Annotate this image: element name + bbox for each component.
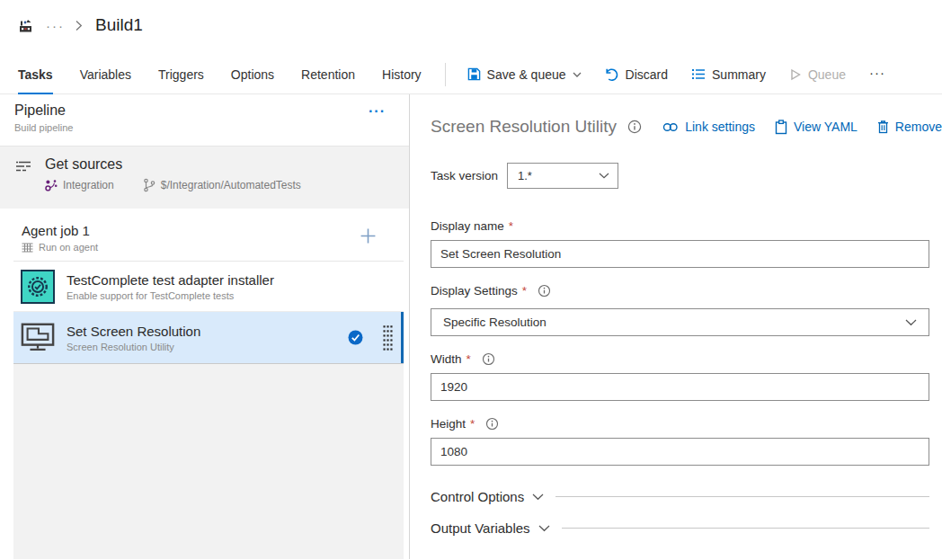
- height-input[interactable]: [431, 438, 929, 466]
- control-options-label: Control Options: [431, 489, 524, 504]
- tab-tasks[interactable]: Tasks: [18, 67, 53, 94]
- main-area: Pipeline Build pipeline ··· Get sources: [0, 94, 942, 559]
- drag-handle[interactable]: [383, 323, 393, 353]
- task-settings-panel: Screen Resolution Utility Link settings: [410, 94, 942, 559]
- testcomplete-task-icon: [21, 270, 55, 304]
- required-mark: *: [470, 417, 475, 431]
- build-definition-icon: [18, 18, 33, 33]
- top-header: ··· Build1: [0, 0, 942, 50]
- task-settings-form: Display name * Display Settings *: [431, 219, 929, 466]
- task-subtitle: Screen Resolution Utility: [67, 342, 200, 352]
- task-version-value: 1.*: [518, 169, 532, 182]
- summary-label: Summary: [712, 67, 766, 82]
- save-icon: [467, 67, 481, 81]
- display-settings-value: Specific Resolution: [443, 316, 547, 329]
- link-settings-label: Link settings: [685, 120, 755, 134]
- tab-history[interactable]: History: [382, 67, 422, 93]
- control-options-section[interactable]: Control Options: [431, 489, 929, 504]
- info-icon[interactable]: [485, 417, 499, 431]
- branch-icon: [143, 178, 156, 192]
- breadcrumb-more-button[interactable]: ···: [46, 18, 65, 33]
- breadcrumb-chevron-icon: [76, 20, 83, 31]
- chevron-down-icon: [905, 319, 917, 326]
- task-version-row: Task version 1.*: [431, 163, 929, 189]
- plus-icon: [360, 227, 377, 244]
- required-mark: *: [509, 219, 513, 233]
- screen-resolution-task-icon: [21, 322, 55, 354]
- list-icon: [691, 67, 706, 81]
- panel-header: Screen Resolution Utility Link settings: [431, 114, 942, 139]
- output-variables-section[interactable]: Output Variables: [431, 520, 929, 536]
- chevron-down-icon: [599, 173, 609, 179]
- width-group: Width *: [431, 352, 929, 401]
- task-title: TestComplete test adapter installer: [67, 272, 274, 288]
- task-version-select[interactable]: 1.*: [507, 163, 618, 189]
- remove-label: Remove: [895, 120, 942, 134]
- repo-path-wrap: $/Integration/AutomatedTests: [143, 178, 301, 192]
- task-subtitle: Enable support for TestComplete tests: [67, 290, 274, 301]
- tabs: Tasks Variables Triggers Options Retenti…: [18, 67, 422, 93]
- tab-toolbar-row: Tasks Variables Triggers Options Retenti…: [0, 50, 942, 94]
- panel-title: Screen Resolution Utility: [431, 117, 617, 137]
- agent-job-header[interactable]: Agent job 1 Run on agent: [13, 216, 404, 262]
- pipeline-more-button[interactable]: ···: [369, 103, 386, 120]
- width-input[interactable]: [431, 373, 929, 401]
- agent-job-subtitle: Run on agent: [39, 242, 98, 253]
- display-name-group: Display name *: [431, 219, 929, 268]
- chevron-down-icon: [532, 493, 544, 501]
- discard-button[interactable]: Discard: [605, 67, 668, 82]
- agent-job-title: Agent job 1: [22, 223, 395, 238]
- info-icon[interactable]: [627, 120, 642, 134]
- task-text: Set Screen Resolution Screen Resolution …: [67, 324, 200, 352]
- display-settings-group: Display Settings * Specific Resolution: [431, 284, 929, 336]
- display-settings-label: Display Settings: [431, 284, 518, 298]
- info-icon[interactable]: [538, 284, 551, 298]
- task-list-empty-area: [13, 363, 404, 559]
- view-yaml-label: View YAML: [794, 120, 858, 134]
- tab-triggers[interactable]: Triggers: [158, 67, 204, 93]
- play-icon: [789, 68, 802, 81]
- display-settings-select[interactable]: Specific Resolution: [431, 308, 929, 336]
- tfvc-repo-icon: [45, 179, 58, 191]
- section-divider: [562, 528, 929, 529]
- display-name-label: Display name: [431, 219, 504, 233]
- page-title: Build1: [95, 15, 143, 35]
- tab-variables[interactable]: Variables: [80, 67, 131, 93]
- save-queue-button[interactable]: Save & queue: [467, 67, 582, 82]
- task-item-set-screen-resolution[interactable]: Set Screen Resolution Screen Resolution …: [13, 312, 404, 363]
- tab-options[interactable]: Options: [231, 67, 274, 93]
- link-icon: [662, 121, 679, 133]
- remove-button[interactable]: Remove: [877, 120, 942, 135]
- pipeline-sidebar: Pipeline Build pipeline ··· Get sources: [0, 94, 410, 559]
- queue-label: Queue: [808, 67, 846, 82]
- queue-button[interactable]: Queue: [789, 67, 846, 82]
- output-variables-label: Output Variables: [431, 520, 530, 536]
- width-label: Width: [431, 352, 462, 366]
- discard-label: Discard: [626, 67, 668, 82]
- section-gap: [0, 209, 409, 216]
- summary-button[interactable]: Summary: [691, 67, 766, 82]
- repo-path: $/Integration/AutomatedTests: [161, 179, 301, 191]
- trash-icon: [877, 120, 889, 134]
- height-group: Height *: [431, 417, 929, 466]
- agent-job-details: Run on agent: [22, 242, 395, 253]
- info-icon[interactable]: [482, 352, 495, 366]
- get-sources-item[interactable]: Get sources Integration: [0, 147, 409, 209]
- toolbar-more-button[interactable]: ···: [869, 65, 885, 84]
- section-divider: [555, 496, 929, 497]
- view-yaml-button[interactable]: View YAML: [775, 120, 858, 135]
- display-name-input[interactable]: [431, 240, 929, 268]
- pipeline-header: Pipeline Build pipeline ···: [0, 94, 409, 147]
- pipeline-subtitle: Build pipeline: [14, 122, 395, 133]
- task-title: Set Screen Resolution: [67, 324, 200, 339]
- clipboard-icon: [775, 120, 787, 135]
- undo-icon: [605, 67, 619, 82]
- tab-retention[interactable]: Retention: [301, 67, 355, 93]
- toolbar: Save & queue Discard Summary Queue ···: [467, 65, 885, 93]
- sources-icon: [14, 159, 34, 209]
- selected-check-icon: [348, 330, 363, 345]
- link-settings-button[interactable]: Link settings: [662, 120, 755, 135]
- get-sources-details: Integration $/Integration/AutomatedTests: [45, 178, 301, 192]
- task-item-testcomplete[interactable]: TestComplete test adapter installer Enab…: [13, 262, 404, 312]
- add-task-button[interactable]: [360, 227, 377, 248]
